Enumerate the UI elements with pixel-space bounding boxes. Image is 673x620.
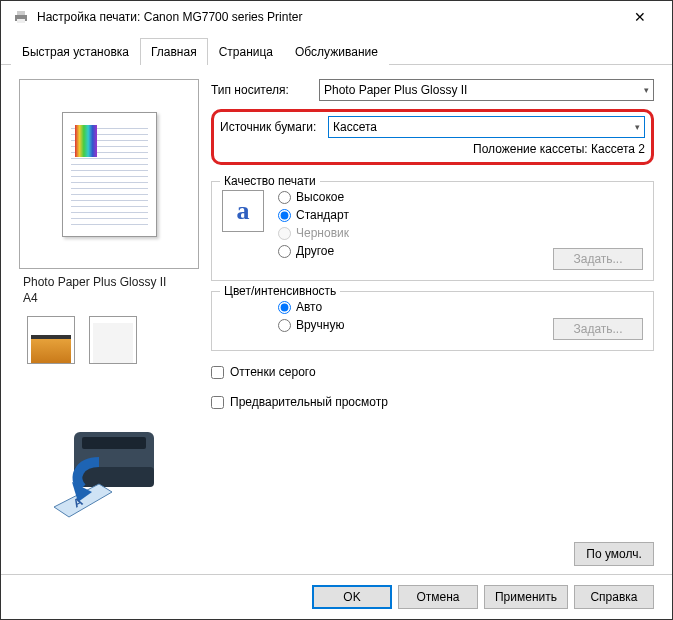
color-auto[interactable]: Авто: [278, 300, 539, 314]
tabbar: Быстрая установка Главная Страница Обслу…: [1, 37, 672, 65]
cancel-button[interactable]: Отмена: [398, 585, 478, 609]
preview-checkbox[interactable]: Предварительный просмотр: [211, 393, 654, 411]
media-type-value: Photo Paper Plus Glossy II: [324, 83, 467, 97]
color-manual[interactable]: Вручную: [278, 318, 539, 332]
quality-legend: Качество печати: [220, 174, 320, 188]
defaults-button[interactable]: По умолч.: [574, 542, 654, 566]
quality-high[interactable]: Высокое: [278, 190, 539, 204]
ok-button[interactable]: OK: [312, 585, 392, 609]
print-settings-window: Настройка печати: Canon MG7700 series Pr…: [0, 0, 673, 620]
preview-column: Photo Paper Plus Glossy II A4 A: [19, 79, 199, 566]
paper-source-value: Кассета: [333, 120, 377, 134]
color-legend: Цвет/интенсивность: [220, 284, 340, 298]
paper-summary: Photo Paper Plus Glossy II A4: [19, 269, 199, 312]
quality-fieldset: Качество печати a Высокое Стандарт Черно…: [211, 181, 654, 281]
tab-maintenance[interactable]: Обслуживание: [284, 38, 389, 65]
tab-content: Photo Paper Plus Glossy II A4 A Ти: [1, 65, 672, 574]
paper-source-label: Источник бумаги:: [220, 120, 320, 134]
color-fieldset: Цвет/интенсивность Авто Вручную Задать..…: [211, 291, 654, 351]
grayscale-checkbox[interactable]: Оттенки серого: [211, 363, 654, 381]
cassette-position: Положение кассеты: Кассета 2: [220, 138, 645, 156]
printer-illustration: A: [19, 368, 199, 566]
media-thumbnails: [19, 312, 199, 368]
printer-icon: [13, 9, 29, 25]
tab-page[interactable]: Страница: [208, 38, 284, 65]
quality-set-button[interactable]: Задать...: [553, 248, 643, 270]
svg-rect-5: [82, 437, 146, 449]
media-type-select[interactable]: Photo Paper Plus Glossy II ▾: [319, 79, 654, 101]
tab-main[interactable]: Главная: [140, 38, 208, 65]
apply-button[interactable]: Применить: [484, 585, 568, 609]
help-button[interactable]: Справка: [574, 585, 654, 609]
window-title: Настройка печати: Canon MG7700 series Pr…: [37, 10, 620, 24]
tab-quick-setup[interactable]: Быстрая установка: [11, 38, 140, 65]
quality-standard[interactable]: Стандарт: [278, 208, 539, 222]
dialog-buttons: OK Отмена Применить Справка: [1, 574, 672, 619]
chevron-down-icon: ▾: [635, 122, 640, 132]
svg-rect-1: [17, 11, 25, 15]
paper-source-row: Источник бумаги: Кассета ▾: [220, 116, 645, 138]
chevron-down-icon: ▾: [644, 85, 649, 95]
quality-icon: a: [222, 190, 264, 232]
media-plain-thumb[interactable]: [89, 316, 137, 364]
paper-source-select[interactable]: Кассета ▾: [328, 116, 645, 138]
media-color-thumb[interactable]: [27, 316, 75, 364]
media-type-label: Тип носителя:: [211, 83, 311, 97]
titlebar: Настройка печати: Canon MG7700 series Pr…: [1, 1, 672, 33]
quality-draft[interactable]: Черновик: [278, 226, 539, 240]
svg-rect-2: [17, 19, 25, 23]
close-button[interactable]: ✕: [620, 9, 660, 25]
media-type-row: Тип носителя: Photo Paper Plus Glossy II…: [211, 79, 654, 101]
settings-column: Тип носителя: Photo Paper Plus Glossy II…: [211, 79, 654, 566]
page-preview: [19, 79, 199, 269]
paper-source-highlight: Источник бумаги: Кассета ▾ Положение кас…: [211, 109, 654, 165]
color-set-button[interactable]: Задать...: [553, 318, 643, 340]
quality-other[interactable]: Другое: [278, 244, 539, 258]
